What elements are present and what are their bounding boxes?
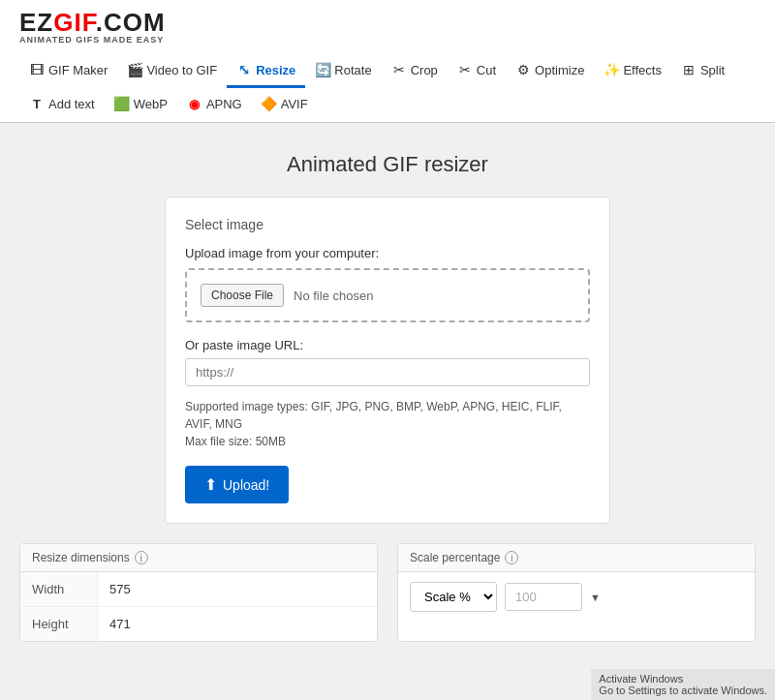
add-text-icon: T — [29, 96, 45, 111]
nav-resize[interactable]: ⤡ Resize — [227, 54, 305, 88]
rotate-icon: 🔄 — [315, 62, 330, 77]
scale-percentage-panel: Scale percentage i Scale % ▼ — [397, 543, 756, 642]
nav-apng[interactable]: ◉ APNG — [177, 88, 252, 122]
width-row: Width 575 — [20, 572, 377, 607]
nav-optimize[interactable]: ⚙ Optimize — [506, 54, 594, 88]
scale-input-row: Scale % ▼ — [398, 572, 755, 622]
windows-activate-notice: Activate Windows Go to Settings to activ… — [591, 669, 775, 671]
page-title: Animated GIF resizer — [19, 152, 756, 177]
width-value: 575 — [98, 572, 377, 606]
gif-maker-icon: 🎞 — [29, 62, 45, 77]
scale-value-input[interactable] — [505, 583, 582, 611]
nav-bar: 🎞 GIF Maker 🎬 Video to GIF ⤡ Resize 🔄 Ro… — [19, 54, 756, 122]
nav-video-to-gif-label: Video to GIF — [146, 63, 217, 77]
webp-icon: 🟩 — [114, 96, 130, 111]
width-label: Width — [20, 572, 98, 606]
height-label: Height — [20, 607, 98, 641]
split-icon: ⊞ — [681, 62, 697, 77]
bottom-section: Resize dimensions i Width 575 Height 471… — [19, 543, 756, 642]
nav-video-to-gif[interactable]: 🎬 Video to GIF — [117, 54, 227, 88]
nav-cut-label: Cut — [477, 63, 496, 77]
upload-label: Upload image from your computer: — [185, 246, 590, 260]
nav-crop-label: Crop — [411, 63, 438, 77]
nav-optimize-label: Optimize — [535, 63, 584, 77]
nav-resize-label: Resize — [256, 63, 295, 77]
nav-gif-maker-label: GIF Maker — [48, 63, 108, 77]
nav-rotate[interactable]: 🔄 Rotate — [305, 54, 381, 88]
apng-icon: ◉ — [187, 96, 202, 111]
file-input-area: Choose File No file chosen — [185, 268, 590, 322]
upload-card: Select image Upload image from your comp… — [165, 197, 610, 524]
nav-effects[interactable]: ✨ Effects — [594, 54, 671, 88]
url-label: Or paste image URL: — [185, 338, 590, 352]
nav-rotate-label: Rotate — [334, 63, 371, 77]
logo-gif: GIF — [53, 8, 95, 37]
dropdown-arrow-icon: ▼ — [590, 592, 601, 603]
nav-effects-label: Effects — [623, 63, 662, 77]
nav-gif-maker[interactable]: 🎞 GIF Maker — [19, 54, 117, 88]
logo-sub: ANIMATED GIFS MADE EASY — [19, 35, 756, 45]
height-value: 471 — [98, 607, 377, 641]
cut-icon: ✂ — [457, 62, 473, 77]
url-input[interactable] — [185, 358, 590, 386]
scale-percentage-title: Scale percentage — [410, 551, 500, 564]
upload-btn-label: Upload! — [223, 477, 269, 493]
avif-icon: 🔶 — [262, 96, 277, 111]
nav-split[interactable]: ⊞ Split — [671, 54, 734, 88]
header: EZGIF.COM ANIMATED GIFS MADE EASY 🎞 GIF … — [0, 0, 775, 123]
upload-icon: ⬆ — [204, 475, 217, 494]
nav-add-text-label: Add text — [48, 97, 95, 111]
nav-cut[interactable]: ✂ Cut — [448, 54, 506, 88]
card-section-title: Select image — [185, 217, 590, 232]
upload-button[interactable]: ⬆ Upload! — [185, 466, 289, 503]
resize-dimensions-title: Resize dimensions — [32, 551, 130, 564]
nav-avif[interactable]: 🔶 AVIF — [252, 88, 318, 122]
logo-text: EZGIF.COM — [19, 10, 756, 35]
nav-webp-label: WebP — [134, 97, 168, 111]
resize-dimensions-info-icon[interactable]: i — [135, 551, 148, 564]
resize-icon: ⤡ — [236, 62, 252, 77]
scale-select[interactable]: Scale % — [410, 582, 497, 612]
effects-icon: ✨ — [604, 62, 619, 77]
main-content: Animated GIF resizer Select image Upload… — [0, 123, 775, 671]
scale-percentage-info-icon[interactable]: i — [505, 551, 518, 564]
optimize-icon: ⚙ — [515, 62, 531, 77]
nav-crop[interactable]: ✂ Crop — [382, 54, 448, 88]
logo-ez: EZ — [19, 8, 53, 37]
scale-percentage-header: Scale percentage i — [398, 544, 755, 572]
height-row: Height 471 — [20, 607, 377, 641]
logo-com: .COM — [96, 8, 166, 37]
no-file-text: No file chosen — [294, 289, 373, 303]
resize-dimensions-header: Resize dimensions i — [20, 544, 377, 572]
nav-split-label: Split — [700, 63, 725, 77]
video-to-gif-icon: 🎬 — [127, 62, 142, 77]
nav-apng-label: APNG — [206, 97, 242, 111]
crop-icon: ✂ — [391, 62, 407, 77]
nav-avif-label: AVIF — [281, 97, 308, 111]
nav-add-text[interactable]: T Add text — [19, 88, 105, 122]
choose-file-button[interactable]: Choose File — [201, 284, 284, 307]
nav-webp[interactable]: 🟩 WebP — [105, 88, 177, 122]
logo-area: EZGIF.COM ANIMATED GIFS MADE EASY — [19, 10, 756, 45]
resize-dimensions-panel: Resize dimensions i Width 575 Height 471 — [19, 543, 378, 642]
supported-text: Supported image types: GIF, JPG, PNG, BM… — [185, 398, 590, 450]
